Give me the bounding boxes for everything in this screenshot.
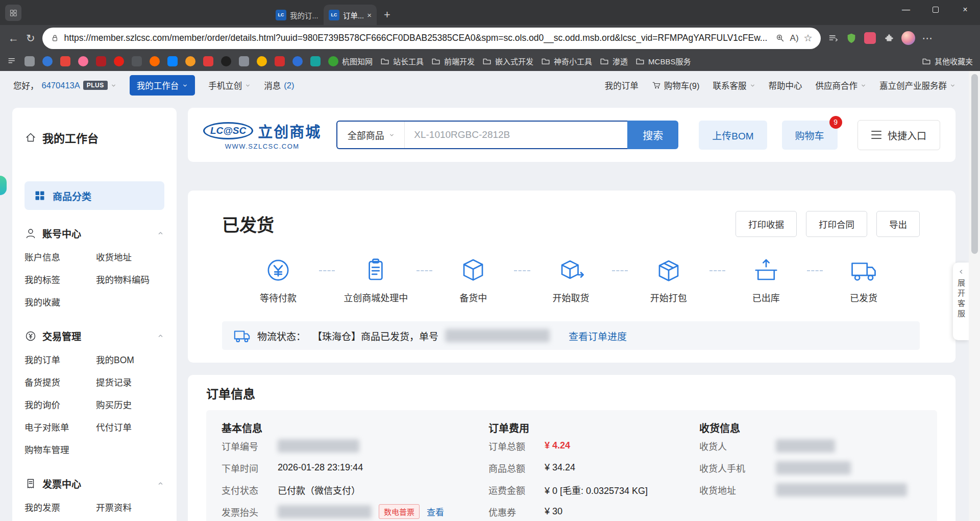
section-header[interactable]: 账号中心 [24,226,164,240]
maximize-button[interactable] [921,0,950,19]
customer-service-tab[interactable]: 展开客服 [953,263,969,340]
sidebar-item-account-info[interactable]: 账户信息 [24,245,96,268]
extensions-puzzle-icon[interactable] [883,33,894,44]
bookmark-favicon[interactable] [114,56,124,66]
sidebar-item-tags[interactable]: 我的标签 [24,268,96,290]
bookmark-folder-embedded[interactable]: 嵌入式开发 [482,56,533,66]
url-text[interactable]: https://member.szlcsc.com/member/order/d… [64,33,770,43]
zoom-icon[interactable] [775,33,785,43]
page-scrollbar[interactable] [969,71,980,521]
scrollbar-thumb[interactable] [971,74,978,254]
cart-link[interactable]: 购物车(9) [652,79,700,91]
minimize-button[interactable]: — [891,0,921,19]
invoice-title-redacted [278,505,372,518]
bookmark-folder-frontend[interactable]: 前端开发 [431,56,475,66]
extension-icon[interactable] [864,32,876,44]
browser-tab-orders[interactable]: LC 我的订... [271,5,324,25]
bookmark-favicon[interactable] [24,56,35,66]
section-header[interactable]: 交易管理 [24,329,164,343]
mobile-app-menu[interactable]: 手机立创 [208,79,251,91]
bookmark-favicon[interactable] [292,56,303,66]
bookmark-favicon[interactable] [78,56,88,66]
sidebar-item-pay-for-others[interactable]: 代付订单 [96,415,164,438]
upload-bom-button[interactable]: 上传BOM [699,121,767,150]
bookmark-favicon[interactable] [221,56,231,66]
bookmark-favicon[interactable] [185,56,195,66]
search-input[interactable] [405,122,627,148]
section-header[interactable]: 发票中心 [24,477,164,490]
sidebar-item-favorites[interactable]: 我的收藏 [24,290,96,313]
bookmark-hangtu[interactable]: 杭图知网 [328,56,373,66]
sidebar-item-stock-pickup[interactable]: 备货提货 [24,370,96,393]
help-center-link[interactable]: 帮助中心 [769,79,802,91]
folder-icon [380,57,389,66]
contact-service-menu[interactable]: 联系客服 [713,79,755,91]
sidebar-item-address[interactable]: 收货地址 [96,245,164,268]
bookmark-favicon[interactable] [239,56,249,66]
sidebar-item-statements[interactable]: 电子对账单 [24,415,96,438]
tab-close-icon[interactable]: × [367,11,372,19]
bookmark-folder-zhanzhang[interactable]: 站长工具 [380,56,424,66]
sidebar-item-my-invoices[interactable]: 我的发票 [24,495,96,518]
read-aloud-icon[interactable]: A) [790,33,799,43]
account-id[interactable]: 6470413A [42,81,80,90]
sidebar-item-my-orders[interactable]: 我的订单 [24,348,96,370]
quick-entry-button[interactable]: 快捷入口 [857,120,940,150]
sidebar-item-invoice-info[interactable]: 开票资料 [96,495,164,518]
collections-icon[interactable] [828,33,839,43]
sidebar-item-pickup-records[interactable]: 提货记录 [96,370,164,393]
export-button[interactable]: 导出 [876,211,920,237]
sidebar-item-purchase-history[interactable]: 购买历史 [96,393,164,415]
reading-list-icon[interactable] [7,56,17,66]
bookmark-favicon[interactable] [60,56,70,66]
adblock-shield-icon[interactable] [846,33,857,44]
cart-button[interactable]: 购物车 9 [782,121,838,150]
bookmark-favicon[interactable] [132,56,142,66]
close-button[interactable]: × [950,0,980,19]
supplier-menu[interactable]: 供应商合作 [816,79,867,91]
my-orders-link[interactable]: 我的订单 [605,79,639,91]
sidebar-item-cart-management[interactable]: 购物车管理 [24,438,96,460]
industry-group-menu[interactable]: 嘉立创产业服务群 [879,79,955,91]
address-bar[interactable]: https://member.szlcsc.com/member/order/d… [42,28,821,49]
search-category-dropdown[interactable]: 全部商品 [337,122,405,148]
chevron-up-icon[interactable] [157,480,164,487]
track-order-link[interactable]: 查看订单进度 [569,329,627,343]
back-button[interactable]: ← [8,32,19,44]
messages-link[interactable]: 消息(2) [264,79,294,91]
chevron-up-icon[interactable] [157,229,164,237]
bookmark-favicon[interactable] [275,56,285,66]
bookmark-favicon[interactable] [150,56,160,66]
browser-menu-icon[interactable]: ⋯ [922,32,933,44]
chevron-up-icon[interactable] [157,332,164,340]
other-bookmarks-folder[interactable]: 其他收藏夹 [922,56,973,66]
bookmark-favicon[interactable] [310,56,321,66]
sidebar-item-part-codes[interactable]: 我的物料编码 [96,268,164,290]
bookmark-favicon[interactable] [42,56,53,66]
window-controls: — × [891,0,980,19]
view-invoice-link[interactable]: 查看 [427,505,444,518]
bookmark-favicon[interactable] [203,56,213,66]
bookmark-folder-tools[interactable]: 神奇小工具 [541,56,592,66]
profile-avatar[interactable] [901,31,915,45]
print-receipt-button[interactable]: 打印收据 [736,211,797,237]
sidebar-item-categories[interactable]: 商品分类 [24,181,164,210]
sidebar-item-inquiries[interactable]: 我的询价 [24,393,96,415]
bookmark-folder-mcbbs[interactable]: MCBBS服务 [635,56,691,66]
workspace-button[interactable] [5,5,21,21]
favorite-star-icon[interactable]: ☆ [804,32,813,44]
account-menu[interactable]: 您好， 6470413A PLUS [13,79,116,91]
browser-tab-order-detail[interactable]: LC 订单... × [324,5,377,25]
sidebar-item-my-bom[interactable]: 我的BOM [96,348,164,370]
new-tab-button[interactable]: + [384,8,390,21]
lcsc-logo[interactable]: LC@SC 立创商城 WWW.SZLCSC.COM [203,120,321,150]
print-contract-button[interactable]: 打印合同 [806,211,867,237]
bookmark-favicon[interactable] [167,56,178,66]
workbench-menu[interactable]: 我的工作台 [130,75,195,96]
bookmark-folder-pentest[interactable]: 渗透 [600,56,628,66]
search-button[interactable]: 搜索 [627,121,678,149]
bookmark-favicon[interactable] [257,56,267,66]
bookmark-favicon[interactable] [96,56,106,66]
side-widget-tab[interactable] [0,176,7,195]
refresh-button[interactable]: ↻ [26,32,35,44]
